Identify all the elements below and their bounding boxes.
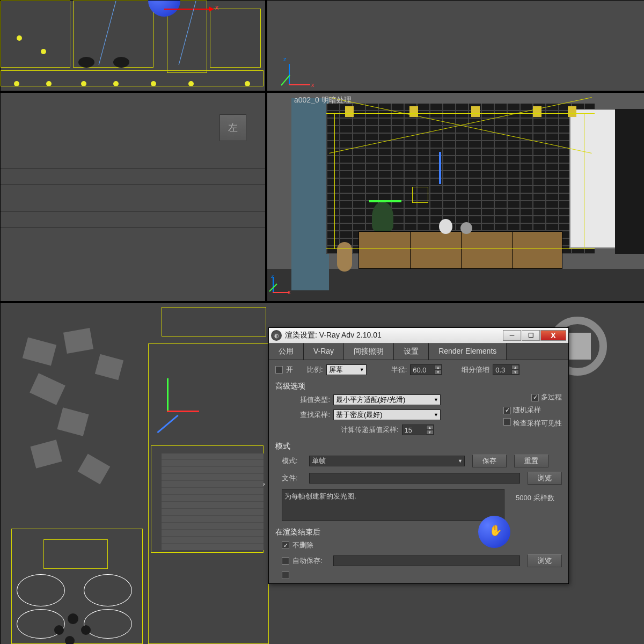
open-checkbox[interactable] — [275, 366, 283, 374]
cursor-icon: ✋ — [489, 524, 502, 537]
calc-label: 计算传递插值采样: — [341, 425, 399, 435]
ratio-dropdown[interactable]: 屏幕 — [326, 364, 367, 375]
maximize-button[interactable]: ☐ — [522, 330, 540, 341]
file-input[interactable] — [309, 473, 520, 484]
save-button[interactable]: 保存 — [472, 455, 507, 467]
lookup-label: 查找采样: — [287, 410, 330, 420]
close-button[interactable]: X — [540, 330, 566, 341]
file-label: 文件: — [282, 473, 306, 483]
browse-button-1[interactable]: 浏览 — [528, 472, 562, 485]
autosave-checkbox[interactable] — [282, 557, 289, 565]
subdiv-label: 细分倍增 — [462, 365, 489, 375]
app-icon: ◐ — [271, 330, 282, 341]
advanced-group-label: 高级选项 — [271, 377, 566, 392]
subdiv-spinner[interactable]: 0.3▲▼ — [493, 364, 519, 375]
check-checkbox[interactable] — [503, 418, 511, 426]
viewport-perspective[interactable]: a002_0 明暗处理 — [267, 92, 644, 302]
view-label-left[interactable]: 左 — [219, 114, 246, 141]
render-settings-dialog: ◐ 渲染设置: V-Ray Adv 2.10.01 ─ ☐ X 公用 V-Ray… — [268, 327, 569, 584]
tab-settings[interactable]: 设置 — [394, 343, 429, 360]
mode-dropdown[interactable]: 单帧 — [309, 456, 465, 466]
axis-widget: z x — [289, 58, 316, 85]
browse-button-2[interactable]: 浏览 — [528, 554, 562, 567]
minimize-button[interactable]: ─ — [503, 330, 521, 341]
nodelete-label: 不删除 — [292, 540, 313, 550]
viewport-front[interactable]: z x — [267, 0, 644, 91]
autosave-input[interactable] — [333, 555, 520, 566]
tab-elements[interactable]: Render Elements — [429, 343, 507, 360]
autosave-label: 自动保存: — [292, 556, 330, 566]
radius-label: 半径: — [391, 365, 407, 375]
viewport-label-persp: a002_0 明暗处理 — [294, 96, 352, 105]
tab-vray[interactable]: V-Ray — [304, 343, 344, 360]
after-group-label: 在渲染结束后 — [271, 523, 566, 538]
wireframe-content: x — [1, 1, 265, 91]
interp-dropdown[interactable]: 最小平方适配(好/光滑) — [333, 394, 441, 405]
tab-common[interactable]: 公用 — [269, 343, 304, 360]
mode-label: 模式: — [282, 456, 306, 466]
window-title: 渲染设置: V-Ray Adv 2.10.01 — [285, 331, 502, 340]
gizmo-z-axis[interactable] — [439, 152, 441, 184]
lookup-dropdown[interactable]: 基于密度(最好) — [333, 409, 441, 420]
calc-spinner[interactable]: 15▲▼ — [402, 425, 434, 435]
ratio-label: 比例: — [307, 365, 323, 375]
viewport-top[interactable]: x — [0, 0, 266, 91]
multi-checkbox[interactable] — [531, 394, 539, 401]
extra-checkbox[interactable] — [282, 572, 289, 579]
tab-indirect[interactable]: 间接照明 — [344, 343, 394, 360]
mode-group-label: 模式 — [271, 437, 566, 452]
tabbar: 公用 V-Ray 间接照明 设置 Render Elements — [269, 343, 568, 360]
x-axis-arrow[interactable] — [164, 9, 213, 10]
note-textarea[interactable]: 为每帧创建新的发光图. — [282, 489, 504, 521]
gizmo-y-axis[interactable] — [369, 200, 401, 202]
radius-spinner[interactable]: 60.0▲▼ — [410, 364, 442, 375]
axis-x-label: x — [215, 3, 219, 11]
viewport-left[interactable]: 左 — [0, 92, 266, 302]
interp-label: 插值类型: — [287, 395, 330, 405]
scene-content: z x y — [267, 93, 644, 301]
reset-button[interactable]: 重置 — [514, 455, 548, 467]
titlebar[interactable]: ◐ 渲染设置: V-Ray Adv 2.10.01 ─ ☐ X — [269, 328, 568, 343]
nodelete-checkbox[interactable] — [282, 541, 289, 549]
samples-label: 5000 采样数 — [516, 489, 554, 503]
open-label: 开 — [286, 365, 293, 375]
random-checkbox[interactable] — [503, 407, 511, 414]
